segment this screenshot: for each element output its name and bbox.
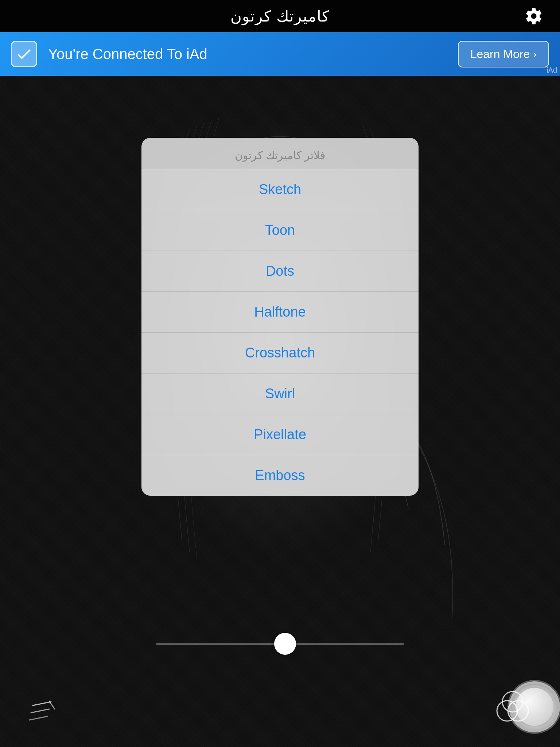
learn-more-chevron: › <box>533 47 537 61</box>
slider-track <box>156 643 404 645</box>
top-bar: كاميرتك كرتون <box>0 0 560 32</box>
iad-check-icon <box>11 41 37 67</box>
decorative-left <box>29 698 58 729</box>
filter-item-toon[interactable]: Toon <box>141 210 419 251</box>
filter-item-dots[interactable]: Dots <box>141 251 419 292</box>
slider-thumb[interactable] <box>274 633 296 655</box>
camera-icon <box>524 7 543 26</box>
svg-line-15 <box>49 701 55 709</box>
filter-dialog-title: فلاتر كاميرتك كرتون <box>141 138 419 169</box>
filter-item-emboss[interactable]: Emboss <box>141 455 419 496</box>
learn-more-button[interactable]: Learn More › <box>458 41 549 67</box>
main-area: فلاتر كاميرتك كرتون Sketch Toon Dots Hal… <box>0 76 560 747</box>
svg-line-13 <box>31 709 49 713</box>
filter-item-halftone[interactable]: Halftone <box>141 292 419 333</box>
camera-icon-button[interactable] <box>522 4 545 28</box>
slider-container[interactable] <box>156 643 404 645</box>
checkmark-icon <box>15 45 33 63</box>
iad-connected-text: You're Connected To iAd <box>48 46 447 62</box>
filter-item-swirl[interactable]: Swirl <box>141 374 419 414</box>
iad-tag: iAd <box>547 66 557 74</box>
layers-icon <box>494 691 531 727</box>
filter-item-crosshatch[interactable]: Crosshatch <box>141 333 419 374</box>
layers-icon-button[interactable] <box>494 691 531 729</box>
edit-lines-icon <box>29 698 58 727</box>
filter-dialog: فلاتر كاميرتك كرتون Sketch Toon Dots Hal… <box>141 138 419 496</box>
app-title: كاميرتك كرتون <box>230 7 330 25</box>
svg-line-12 <box>33 702 51 705</box>
learn-more-label: Learn More <box>470 47 530 61</box>
filter-item-pixellate[interactable]: Pixellate <box>141 414 419 455</box>
svg-line-14 <box>29 716 47 720</box>
bottom-controls <box>0 681 560 732</box>
iad-banner[interactable]: You're Connected To iAd Learn More › iAd <box>0 32 560 76</box>
filter-item-sketch[interactable]: Sketch <box>141 169 419 210</box>
